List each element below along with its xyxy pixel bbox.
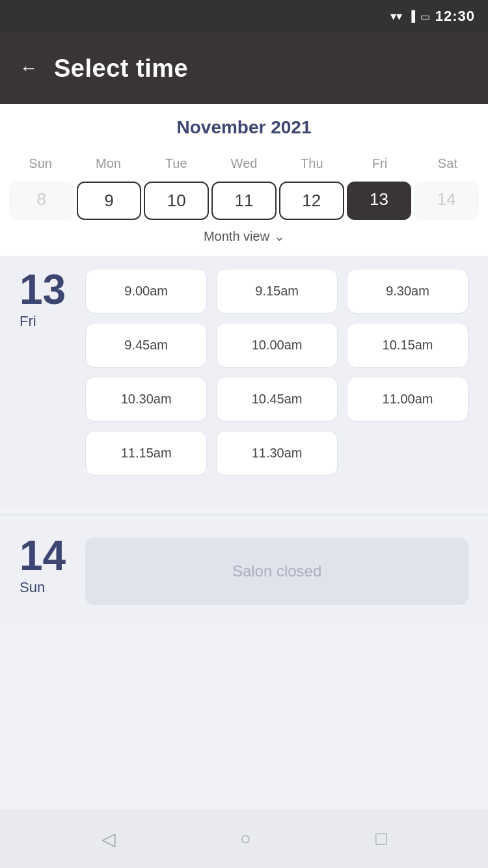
day-9[interactable]: 9 — [77, 182, 142, 220]
day-12[interactable]: 12 — [279, 182, 344, 220]
day13-section: 13 Fri 9.00am 9.15am 9.30am 9.45am 10.00… — [0, 256, 488, 508]
status-time: 12:30 — [435, 8, 475, 25]
header: ← Select time — [0, 33, 488, 104]
recent-nav-icon[interactable]: □ — [375, 828, 386, 849]
time-slot-915[interactable]: 9.15am — [216, 269, 338, 314]
time-slot-1030[interactable]: 10.30am — [85, 377, 207, 422]
chevron-down-icon: ⌄ — [275, 230, 284, 244]
battery-icon: ▭ — [420, 10, 430, 23]
month-view-label: Month view — [204, 229, 269, 244]
section-divider — [0, 515, 488, 515]
calendar-section: November 2021 Sun Mon Tue Wed Thu Fri Sa… — [0, 104, 488, 256]
weekday-thu: Thu — [278, 151, 346, 176]
day14-header: 14 Sun Salon closed — [20, 535, 468, 605]
time-slot-900[interactable]: 9.00am — [85, 269, 207, 314]
salon-closed-box: Salon closed — [85, 537, 468, 605]
weekday-mon: Mon — [74, 151, 142, 176]
back-nav-icon[interactable]: ◁ — [102, 828, 116, 850]
time-slot-1000[interactable]: 10.00am — [216, 323, 338, 368]
weekday-tue: Tue — [142, 151, 210, 176]
back-button[interactable]: ← — [20, 58, 38, 79]
time-slot-945[interactable]: 9.45am — [85, 323, 207, 368]
day-11[interactable]: 11 — [211, 182, 277, 220]
page-title: Select time — [54, 55, 188, 83]
month-view-toggle[interactable]: Month view ⌄ — [7, 220, 481, 249]
day14-info: 14 Sun — [20, 535, 66, 596]
time-slot-1100[interactable]: 11.00am — [347, 377, 468, 422]
home-nav-icon[interactable]: ○ — [240, 828, 251, 849]
day13-number: 13 — [20, 269, 66, 310]
day13-info: 13 Fri — [20, 269, 66, 330]
status-icons: ▾▾ ▐ ▭ 12:30 — [390, 8, 475, 25]
month-year: November 2021 — [7, 117, 481, 138]
time-slot-1130[interactable]: 11.30am — [216, 431, 338, 476]
time-slot-1045[interactable]: 10.45am — [216, 377, 338, 422]
weekday-row: Sun Mon Tue Wed Thu Fri Sat — [7, 151, 481, 176]
weekday-fri: Fri — [346, 151, 413, 176]
day-10[interactable]: 10 — [144, 182, 209, 220]
signal-icon: ▐ — [407, 10, 414, 22]
day14-section: 14 Sun Salon closed — [0, 522, 488, 625]
days-row: 8 9 10 11 12 13 14 — [7, 182, 481, 220]
time-slot-1015[interactable]: 10.15am — [347, 323, 468, 368]
bottom-nav: ◁ ○ □ — [0, 809, 488, 868]
day-14[interactable]: 14 — [414, 182, 479, 220]
wifi-icon: ▾▾ — [390, 9, 402, 23]
day-13[interactable]: 13 — [347, 182, 412, 220]
time-slot-1115[interactable]: 11.15am — [85, 431, 207, 476]
time-grid-13: 9.00am 9.15am 9.30am 9.45am 10.00am 10.1… — [85, 269, 468, 476]
status-bar: ▾▾ ▐ ▭ 12:30 — [0, 0, 488, 33]
day-8[interactable]: 8 — [9, 182, 74, 220]
weekday-wed: Wed — [210, 151, 278, 176]
time-slot-930[interactable]: 9.30am — [347, 269, 468, 314]
day14-name: Sun — [20, 579, 66, 596]
day13-header: 13 Fri 9.00am 9.15am 9.30am 9.45am 10.00… — [20, 269, 468, 476]
day14-number: 14 — [20, 535, 66, 576]
day13-name: Fri — [20, 313, 66, 330]
weekday-sat: Sat — [414, 151, 481, 176]
weekday-sun: Sun — [7, 151, 74, 176]
